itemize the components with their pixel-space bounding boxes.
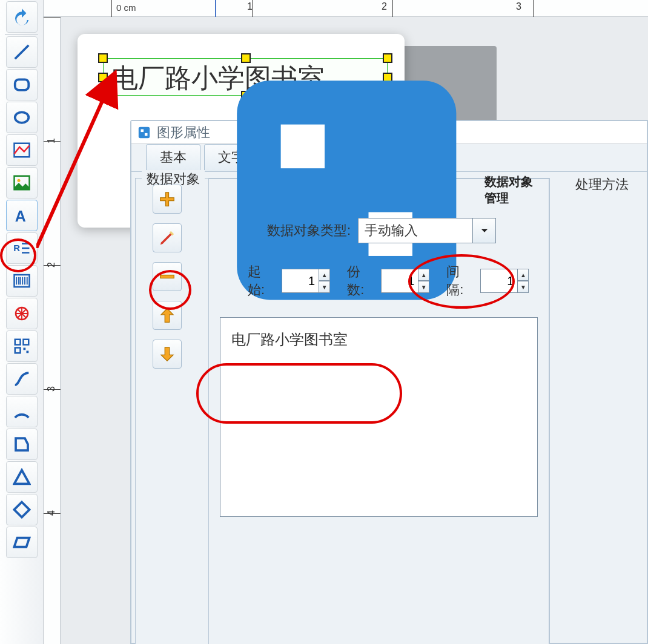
add-button[interactable] <box>153 185 182 214</box>
start-spinner[interactable]: ▲▼ <box>282 269 330 293</box>
svg-rect-19 <box>139 126 150 137</box>
richtext-tool[interactable]: R <box>6 232 38 264</box>
ruler-guide <box>215 0 216 17</box>
text-preview: 电厂路小学图书室 <box>231 331 348 347</box>
sub-panel-title: 数据对象管理 <box>209 179 549 201</box>
data-object-fieldset: 数据对象 <box>135 178 550 644</box>
interval-spinner[interactable]: ▲▼ <box>480 269 529 293</box>
arc-tool[interactable] <box>6 396 38 427</box>
text-icon: A <box>13 206 31 225</box>
barcode-tool[interactable] <box>6 265 38 297</box>
image-tool[interactable] <box>6 134 38 166</box>
triangle-tool[interactable] <box>6 461 38 493</box>
spin-up-icon[interactable]: ▲ <box>418 269 429 281</box>
handle-tl[interactable] <box>98 53 108 63</box>
line-icon <box>13 43 31 61</box>
interval-label: 间隔: <box>446 263 463 299</box>
svg-rect-24 <box>281 124 325 168</box>
parallelogram-icon <box>13 533 31 551</box>
svg-rect-22 <box>160 275 174 278</box>
shape-icon <box>13 304 31 323</box>
spin-up-icon[interactable]: ▲ <box>518 269 529 281</box>
redo-icon <box>13 8 31 26</box>
copies-input[interactable] <box>381 269 418 293</box>
curve-tool[interactable] <box>6 363 38 395</box>
start-label: 起始: <box>248 263 265 299</box>
parallelogram-tool[interactable] <box>6 527 38 558</box>
diamond-tool[interactable] <box>6 494 38 525</box>
text-tool[interactable]: A <box>6 200 38 231</box>
dialog-title: 图形属性 <box>157 123 210 142</box>
plus-icon <box>158 190 176 208</box>
svg-rect-13 <box>15 340 21 345</box>
richtext-icon: R <box>13 239 31 257</box>
handle-ml[interactable] <box>98 73 108 82</box>
copies-label: 份数: <box>347 263 364 299</box>
image-icon <box>13 141 31 159</box>
text-preview-area[interactable]: 电厂路小学图书室 <box>220 317 538 517</box>
copies-spinner[interactable]: ▲▼ <box>381 269 429 293</box>
spin-down-icon[interactable]: ▼ <box>418 281 429 293</box>
vertical-toolbar: A R <box>0 0 44 644</box>
right-section-label: 处理方法 <box>575 176 629 194</box>
interval-input[interactable] <box>480 269 518 293</box>
spin-down-icon[interactable]: ▼ <box>319 281 330 293</box>
line-tool[interactable] <box>6 36 38 68</box>
handle-bl[interactable] <box>98 91 108 100</box>
tab-basic[interactable]: 基本 <box>146 144 200 171</box>
picture-tool[interactable] <box>6 167 38 199</box>
svg-point-2 <box>15 112 29 123</box>
ellipse-icon <box>13 108 31 126</box>
pencil-icon <box>158 229 176 247</box>
tab-body: 处理方法 数据对象 <box>131 172 647 643</box>
separator <box>5 34 38 35</box>
svg-line-0 <box>15 45 29 59</box>
data-manager-panel: 数据对象管理 数据对象类型: 手动输入 起始: ▲▼ <box>208 179 549 644</box>
svg-rect-17 <box>27 351 29 353</box>
svg-rect-20 <box>141 129 144 132</box>
svg-text:A: A <box>15 208 26 225</box>
polygon-icon <box>13 435 31 453</box>
vertical-ruler: 1 2 3 4 <box>44 17 61 644</box>
svg-rect-21 <box>145 133 148 136</box>
arrow-up-icon <box>158 306 176 324</box>
arc-icon <box>13 402 31 421</box>
ruler-unit: 0 cm <box>116 2 136 13</box>
svg-rect-15 <box>15 348 21 353</box>
svg-rect-16 <box>24 348 26 350</box>
diamond-icon <box>13 501 31 519</box>
picture-icon <box>13 174 31 192</box>
chevron-down-icon <box>480 226 489 235</box>
combo-dropdown[interactable] <box>473 218 496 243</box>
edit-button[interactable] <box>153 223 182 252</box>
arrow-down-icon <box>158 345 176 363</box>
remove-button[interactable] <box>153 262 182 291</box>
type-value: 手动输入 <box>358 218 473 243</box>
barcode-icon <box>13 272 31 290</box>
triangle-icon <box>13 468 31 486</box>
svg-rect-14 <box>24 340 29 345</box>
polygon-tool[interactable] <box>6 429 38 460</box>
minus-icon <box>158 268 176 286</box>
start-input[interactable] <box>282 269 319 293</box>
qr-icon <box>13 337 31 355</box>
type-combo[interactable]: 手动输入 <box>358 218 496 243</box>
spin-down-icon[interactable]: ▼ <box>518 281 529 293</box>
rounded-rect-tool[interactable] <box>6 69 38 100</box>
spin-up-icon[interactable]: ▲ <box>319 269 330 281</box>
redo-button[interactable] <box>6 1 38 33</box>
object-button-column <box>153 185 185 369</box>
properties-dialog: 图形属性 基本 文字 数据源 处理方法 数据对象 <box>130 120 648 644</box>
horizontal-ruler: 0 cm 1 2 3 4 <box>44 0 648 17</box>
svg-rect-1 <box>15 79 29 90</box>
dialog-icon <box>137 126 151 139</box>
ellipse-tool[interactable] <box>6 102 38 133</box>
rounded-rect-icon <box>13 76 31 94</box>
shape-tool[interactable] <box>6 298 38 329</box>
up-button[interactable] <box>153 301 182 330</box>
qr-tool[interactable] <box>6 330 38 362</box>
svg-text:R: R <box>13 243 20 253</box>
down-button[interactable] <box>153 340 182 369</box>
svg-point-5 <box>18 179 21 182</box>
curve-icon <box>13 370 31 388</box>
